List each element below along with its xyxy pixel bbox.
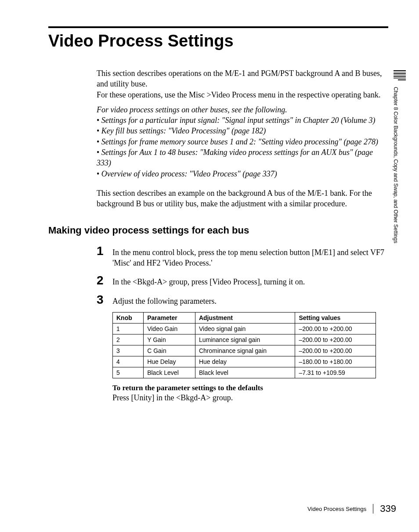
step-text: In the menu control block, press the top… [112, 247, 388, 269]
table-header: Setting values [295, 313, 376, 324]
chapter-side-label: Chapter 8 Color Backgrounds, Copy and Sw… [393, 87, 399, 243]
parameter-table: Knob Parameter Adjustment Setting values… [112, 312, 376, 378]
step-text: In the <Bkgd-A> group, press [Video Proc… [112, 277, 305, 287]
page-marker-stripes [393, 70, 406, 80]
table-cell: –200.00 to +200.00 [295, 334, 376, 345]
table-cell: Black level [195, 367, 295, 378]
table-cell: Video signal gain [195, 324, 295, 334]
table-cell: 5 [113, 367, 144, 378]
page-footer: Video Process Settings 339 [307, 503, 396, 514]
table-cell: 4 [113, 356, 144, 367]
table-cell: 2 [113, 334, 144, 345]
footer-divider [373, 504, 373, 514]
bullet-item: Settings for frame memory source buses 1… [97, 137, 388, 147]
step-text: Adjust the following parameters. [112, 296, 217, 306]
step-number: 2 [97, 273, 112, 288]
title-bar: Video Process Settings [48, 26, 388, 50]
table-header-row: Knob Parameter Adjustment Setting values [113, 313, 376, 324]
subsection-heading: To return the parameter settings to the … [112, 384, 388, 392]
table-header: Parameter [144, 313, 195, 324]
table-cell: Video Gain [144, 324, 195, 334]
footer-title: Video Process Settings [307, 506, 366, 512]
intro-block: This section describes operations on the… [97, 68, 388, 209]
bullet-item: Settings for Aux 1 to 48 buses: "Making … [97, 147, 388, 169]
section-heading: Making video process settings for each b… [48, 225, 388, 236]
step-number: 1 [97, 244, 112, 258]
table-cell: 1 [113, 324, 144, 334]
table-cell: Y Gain [144, 334, 195, 345]
table-cell: C Gain [144, 345, 195, 356]
table-row: 5 Black Level Black level –7.31 to +109.… [113, 367, 376, 378]
side-label: Chapter 8 Color Backgrounds, Copy and Sw… [393, 70, 406, 243]
table-header: Knob [113, 313, 144, 324]
ref-bullets: Settings for a particular input signal: … [97, 115, 388, 179]
table-cell: 3 [113, 345, 144, 356]
table-header: Adjustment [195, 313, 295, 324]
bullet-item: Settings for a particular input signal: … [97, 115, 388, 126]
parameter-table-wrap: Knob Parameter Adjustment Setting values… [112, 312, 388, 378]
table-row: 3 C Gain Chrominance signal gain –200.00… [113, 345, 376, 356]
intro-p1: This section describes operations on the… [97, 68, 388, 90]
table-row: 1 Video Gain Video signal gain –200.00 t… [113, 324, 376, 334]
intro-p2: For these operations, use the Misc >Vide… [97, 90, 388, 100]
steps-list: 1 In the menu control block, press the t… [97, 244, 388, 307]
intro-p3: This section describes an example on the… [97, 188, 388, 209]
step-number: 3 [97, 293, 112, 307]
page-title: Video Process Settings [48, 32, 388, 50]
table-cell: Luminance signal gain [195, 334, 295, 345]
step-item: 2 In the <Bkgd-A> group, press [Video Pr… [97, 273, 388, 288]
page-container: Chapter 8 Color Backgrounds, Copy and Sw… [0, 0, 419, 532]
table-cell: Hue delay [195, 356, 295, 367]
table-cell: –200.00 to +200.00 [295, 324, 376, 334]
table-row: 2 Y Gain Luminance signal gain –200.00 t… [113, 334, 376, 345]
step-item: 3 Adjust the following parameters. [97, 293, 388, 307]
ref-intro: For video process settings on other buse… [97, 104, 388, 115]
page-number: 339 [380, 503, 396, 514]
table-cell: Chrominance signal gain [195, 345, 295, 356]
subsection-text: Press [Unity] in the <Bkgd-A> group. [112, 392, 388, 403]
bullet-item: Key fill bus settings: "Video Processing… [97, 126, 388, 136]
table-row: 4 Hue Delay Hue delay –180.00 to +180.00 [113, 356, 376, 367]
table-cell: Black Level [144, 367, 195, 378]
table-cell: –200.00 to +200.00 [295, 345, 376, 356]
bullet-item: Overview of video process: "Video Proces… [97, 169, 388, 179]
table-cell: Hue Delay [144, 356, 195, 367]
table-cell: –7.31 to +109.59 [295, 367, 376, 378]
table-cell: –180.00 to +180.00 [295, 356, 376, 367]
step-item: 1 In the menu control block, press the t… [97, 244, 388, 269]
